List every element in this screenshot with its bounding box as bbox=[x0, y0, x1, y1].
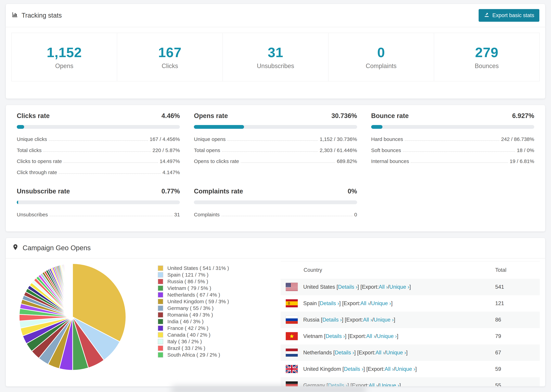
dotted-leader bbox=[43, 151, 151, 152]
total-cell: 79 bbox=[488, 333, 540, 339]
export-all-link[interactable]: All › bbox=[366, 333, 375, 339]
export-all-link[interactable]: All › bbox=[379, 284, 388, 290]
rates-grid: Clicks rate4.46%Unique clicks167 / 4.456… bbox=[17, 112, 534, 218]
export-unique-link[interactable]: Unique › bbox=[374, 317, 394, 323]
export-basic-stats-button[interactable]: Export basic stats bbox=[479, 9, 539, 22]
export-unique-link[interactable]: Unique › bbox=[377, 333, 397, 339]
country-cell: United Kingdom [Details ›] [Export: All … bbox=[281, 365, 488, 373]
stat-box-bounces: 279Bounces bbox=[434, 33, 539, 81]
rate-detail-label: Soft bounces bbox=[371, 147, 401, 154]
export-all-link[interactable]: All › bbox=[363, 317, 372, 323]
stat-box-complaints: 0Complaints bbox=[329, 33, 434, 81]
rate-detail-value: 19 / 6.81% bbox=[510, 158, 534, 164]
legend-label: Spain ( 121 / 7% ) bbox=[167, 272, 208, 278]
rate-detail-label: Clicks to opens rate bbox=[17, 158, 62, 164]
rate-block-complaints-rate: Complaints rate0%Complaints0 bbox=[194, 188, 357, 218]
export-all-link[interactable]: All › bbox=[369, 382, 378, 386]
details-link[interactable]: Details › bbox=[325, 333, 345, 339]
rate-detail-value: 220 / 5.87% bbox=[152, 147, 180, 154]
dotted-leader bbox=[405, 140, 499, 141]
total-cell: 121 bbox=[488, 300, 540, 307]
campaign-geo-opens-card: Campaign Geo Opens United States ( 541 /… bbox=[6, 238, 545, 386]
legend-label: Canada ( 40 / 2% ) bbox=[167, 332, 211, 338]
legend-swatch bbox=[158, 305, 163, 311]
map-pin-icon bbox=[12, 244, 19, 252]
dotted-leader bbox=[411, 162, 508, 163]
geo-content: United States ( 541 / 31% )Spain ( 121 /… bbox=[6, 259, 545, 386]
link-separator: / bbox=[388, 284, 389, 290]
rate-detail-value: 242 / 86.738% bbox=[501, 136, 534, 142]
stat-value: 31 bbox=[268, 45, 283, 60]
legend-item-romania: Romania ( 49 / 3% ) bbox=[158, 312, 261, 318]
legend-item-russia: Russia ( 86 / 5% ) bbox=[158, 279, 261, 284]
rate-detail-row: Complaints0 bbox=[194, 212, 357, 218]
table-row-united-kingdom: United Kingdom [Details ›] [Export: All … bbox=[281, 361, 540, 377]
dotted-leader bbox=[403, 151, 515, 152]
legend-item-india: India ( 46 / 3% ) bbox=[158, 319, 261, 324]
details-link[interactable]: Details › bbox=[320, 300, 339, 307]
tracking-stats-title-group: Tracking stats bbox=[12, 11, 62, 20]
rate-detail-value: 689.82% bbox=[337, 158, 357, 164]
rate-detail-row: Opens to clicks rate689.82% bbox=[194, 158, 357, 164]
rate-block-header: Complaints rate0% bbox=[194, 188, 357, 195]
total-cell: 55 bbox=[488, 382, 540, 386]
legend-label: South Africa ( 29 / 2% ) bbox=[167, 352, 220, 358]
rate-detail-row: Unique opens1,152 / 30.736% bbox=[194, 136, 357, 142]
rate-detail-row: Clicks to opens rate14.497% bbox=[17, 158, 180, 164]
legend-swatch bbox=[158, 272, 163, 278]
table-row-united-states: United States [Details ›] [Export: All ›… bbox=[281, 279, 540, 295]
dotted-leader bbox=[227, 140, 318, 141]
details-link[interactable]: Details › bbox=[338, 284, 357, 290]
export-unique-link[interactable]: Unique › bbox=[389, 284, 409, 290]
legend-swatch bbox=[158, 266, 163, 271]
export-prefix: ] [Export: bbox=[339, 300, 360, 307]
rate-title: Opens rate bbox=[194, 112, 228, 119]
rate-detail-label: Total clicks bbox=[17, 147, 42, 154]
table-row-netherlands: Netherlands [Details ›] [Export: All › /… bbox=[281, 344, 540, 361]
export-all-link[interactable]: All › bbox=[385, 366, 394, 372]
export-unique-link[interactable]: Unique › bbox=[395, 366, 415, 372]
stat-label: Bounces bbox=[475, 63, 499, 70]
rate-detail-value: 18 / 0% bbox=[517, 147, 534, 154]
rate-detail-row: Click through rate4.147% bbox=[17, 169, 180, 175]
rate-block-opens-rate: Opens rate30.736%Unique opens1,152 / 30.… bbox=[194, 112, 357, 175]
details-link[interactable]: Details › bbox=[335, 350, 354, 356]
export-button-label: Export basic stats bbox=[492, 12, 534, 19]
link-separator: / bbox=[385, 350, 386, 356]
details-link[interactable]: Details › bbox=[322, 317, 342, 323]
stat-box-clicks: 167Clicks bbox=[117, 33, 223, 81]
export-unique-link[interactable]: Unique › bbox=[379, 382, 399, 386]
link-separator: / bbox=[375, 333, 377, 339]
rate-title: Unsubscribe rate bbox=[17, 188, 70, 195]
country-cell: Spain [Details ›] [Export: All › / Uniqu… bbox=[281, 299, 488, 307]
legend-label: Italy ( 36 / 2% ) bbox=[167, 339, 202, 344]
legend-swatch bbox=[158, 345, 163, 351]
export-all-link[interactable]: All › bbox=[375, 350, 384, 356]
export-all-link[interactable]: All › bbox=[360, 300, 369, 307]
total-cell: 541 bbox=[488, 284, 540, 290]
country-cell: Vietnam [Details ›] [Export: All › / Uni… bbox=[281, 332, 488, 340]
bounce-rate-progress-bar bbox=[371, 125, 534, 129]
details-link[interactable]: Details › bbox=[344, 366, 363, 372]
legend-item-vietnam: Vietnam ( 79 / 5% ) bbox=[158, 285, 261, 291]
column-header-total: Total bbox=[488, 267, 540, 273]
export-prefix: ] [Export: bbox=[357, 284, 379, 290]
rate-value: 6.927% bbox=[512, 112, 534, 119]
rate-detail-label: Hard bounces bbox=[371, 136, 403, 142]
country-cell: United States [Details ›] [Export: All ›… bbox=[281, 283, 488, 291]
legend-label: United Kingdom ( 59 / 3% ) bbox=[167, 299, 229, 304]
country-name: Russia [ bbox=[303, 317, 322, 323]
export-unique-link[interactable]: Unique › bbox=[371, 300, 391, 307]
rate-block-clicks-rate: Clicks rate4.46%Unique clicks167 / 4.456… bbox=[17, 112, 180, 175]
export-unique-link[interactable]: Unique › bbox=[386, 350, 406, 356]
legend-label: Russia ( 86 / 5% ) bbox=[167, 279, 208, 284]
legend-item-spain: Spain ( 121 / 7% ) bbox=[158, 272, 261, 278]
dotted-leader bbox=[49, 140, 148, 141]
rate-detail-row: Soft bounces18 / 0% bbox=[371, 147, 534, 154]
rate-title: Bounce rate bbox=[371, 112, 409, 119]
bar-chart-icon bbox=[12, 11, 18, 20]
rate-detail-label: Internal bounces bbox=[371, 158, 409, 164]
rate-detail-row: Hard bounces242 / 86.738% bbox=[371, 136, 534, 142]
bracket-close: ] bbox=[409, 284, 411, 290]
rate-block-header: Unsubscribe rate0.77% bbox=[17, 188, 180, 195]
